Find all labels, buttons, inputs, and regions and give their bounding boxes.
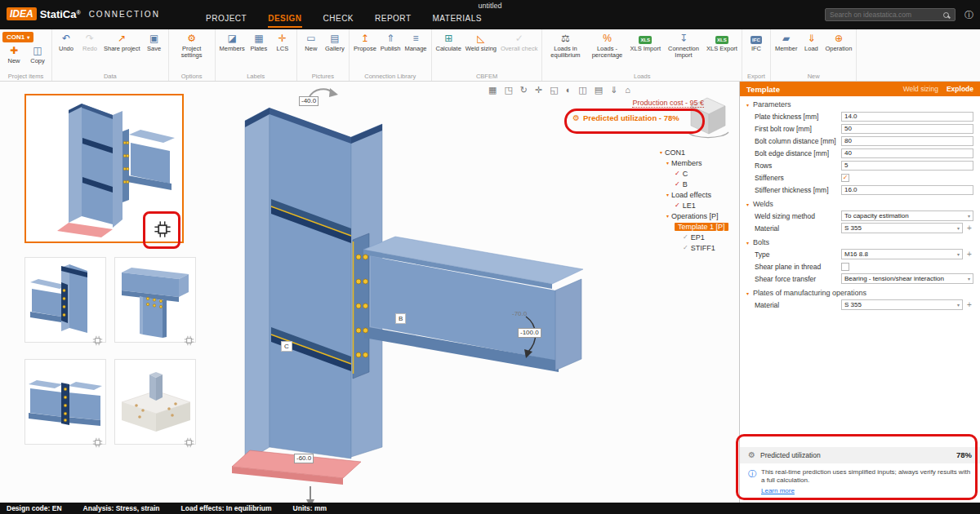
loads-percentage-button[interactable]: % Loads - percentage (586, 32, 627, 60)
stiffeners-checkbox[interactable]: ✓ (841, 174, 849, 182)
search-box[interactable] (825, 8, 956, 21)
prop-label: Stiffeners (755, 174, 841, 182)
gallery-button[interactable]: ▤ Gallery (323, 32, 346, 53)
weld-sizing-action[interactable]: Weld sizing (903, 85, 938, 93)
search-icon[interactable] (943, 12, 949, 18)
new-item-button[interactable]: ✚ New (2, 44, 25, 65)
canvas-3d[interactable]: ▦ ◳ ↻ ✛ ◱ ◐ ◫ ▤ ⇓ ⌂ (0, 82, 739, 503)
connection-import-button[interactable]: ↧ Connection Import (663, 32, 704, 60)
section-header-welds[interactable]: ▾ Welds (740, 196, 980, 210)
tree-item-ep1[interactable]: ✓ EP1 (660, 232, 728, 242)
new-operation-button[interactable]: ⊕ Operation (823, 32, 853, 53)
template-thumbnail-3[interactable] (114, 257, 196, 343)
tab-design[interactable]: DESIGN (268, 14, 301, 28)
learn-more-link[interactable]: Learn more (761, 487, 972, 496)
scale-icon: ⚖ (561, 33, 570, 45)
bolt-type-select[interactable]: M16 8.8 ▾ (841, 249, 963, 259)
plate-material-select[interactable]: S 355 ▾ (841, 299, 963, 310)
ribbon-group-cbfem: ⊞ Calculate ◺ Weld sizing ✓ Overall chec… (432, 29, 543, 81)
prop-label: Material (755, 301, 841, 309)
rows-input[interactable] (841, 161, 973, 171)
member-label-c[interactable]: C (281, 341, 292, 352)
chevron-down-icon: ▾ (957, 251, 960, 257)
section-header-plates[interactable]: ▾ Plates of manufacturing operations (740, 285, 980, 299)
template-thumbnail-2[interactable] (24, 257, 106, 343)
tab-materials[interactable]: MATERIALS (433, 14, 482, 28)
tree-item-template1[interactable]: Template 1 [P] (660, 221, 728, 232)
section-header-parameters[interactable]: ▾ Parameters (740, 96, 980, 110)
weld-sizing-button[interactable]: ◺ Weld sizing (464, 32, 498, 53)
propose-button[interactable]: ↥ Propose (352, 32, 378, 53)
share-project-button[interactable]: ↗ Share project (102, 32, 142, 53)
prop-label: Material (755, 224, 841, 233)
chevron-down-icon: ▾ (666, 213, 669, 219)
first-bolt-row-input[interactable] (841, 124, 973, 134)
add-plate-material-button[interactable]: + (965, 301, 973, 309)
con1-dropdown[interactable]: CON1▾ (2, 32, 33, 42)
shear-plane-in-thread-checkbox[interactable] (841, 263, 849, 271)
lcs-button[interactable]: ✛ LCS (271, 32, 294, 53)
tree-item-member-c[interactable]: ✓ C (660, 168, 728, 179)
bolt-column-distance-input[interactable] (841, 136, 973, 146)
tree-item-member-b[interactable]: ✓ B (660, 179, 728, 189)
member-label-b[interactable]: B (395, 313, 406, 324)
picture-icon: ▭ (306, 33, 315, 45)
dimension-label-top: -40.0 (299, 96, 318, 106)
plates-labels-button[interactable]: ▦ Plates (247, 32, 270, 53)
section-header-bolts[interactable]: ▾ Bolts (740, 234, 980, 248)
3d-scene[interactable] (196, 82, 629, 503)
weld-material-select[interactable]: S 355 ▾ (841, 223, 963, 233)
publish-button[interactable]: ⇑ Publish (379, 32, 403, 53)
tree-item-operations[interactable]: ▾ Operations [P] (660, 210, 728, 221)
xls-export-button[interactable]: XLS XLS Export (705, 32, 739, 53)
copy-button[interactable]: ◫ Copy (26, 44, 49, 65)
new-picture-button[interactable]: ▭ New (300, 32, 323, 53)
dimension-label-70: -70.0 (512, 310, 527, 317)
copy-icon: ◫ (33, 45, 42, 57)
project-settings-button[interactable]: ⚙ Project settings (172, 32, 212, 60)
explode-action[interactable]: Explode (947, 85, 973, 93)
search-input[interactable] (826, 11, 943, 19)
overall-check-button[interactable]: ✓ Overall check (499, 32, 539, 53)
group-caption: Project items (2, 73, 49, 81)
new-member-button[interactable]: ▰ Member (773, 32, 800, 53)
tree-item-con1[interactable]: ▾ CON1 (660, 147, 728, 157)
dimension-label-100: -100.0 (518, 328, 541, 338)
redo-button[interactable]: ↷ Redo (78, 32, 101, 53)
stiffener-thickness-input[interactable] (841, 185, 973, 195)
calculate-button[interactable]: ⊞ Calculate (434, 32, 463, 53)
plate-thickness-input[interactable] (841, 112, 973, 122)
shear-force-transfer-select[interactable]: Bearing - tension/shear interaction ▾ (841, 273, 973, 284)
tree-item-le1[interactable]: ✓ LE1 (660, 200, 728, 210)
manage-button[interactable]: ≡ Manage (403, 32, 428, 53)
tree-item-members[interactable]: ▾ Members (660, 157, 728, 168)
tree-item-stiff1[interactable]: ✓ STIFF1 (660, 242, 728, 253)
add-material-button[interactable]: + (965, 224, 973, 233)
add-bolt-type-button[interactable]: + (965, 250, 973, 259)
tree-item-load-effects[interactable]: ▾ Load effects (660, 189, 728, 200)
bolt-edge-distance-input[interactable] (841, 148, 973, 158)
tab-project[interactable]: PROJECT (206, 14, 247, 28)
ribbon-group-new: ▰ Member ⇓ Load ⊕ Operation New (771, 29, 857, 81)
tab-check[interactable]: CHECK (323, 14, 354, 28)
template-chip-icon[interactable] (184, 335, 194, 346)
info-icon[interactable]: ⓘ (964, 9, 973, 21)
weld-sizing-method-select[interactable]: To capacity estimation ▾ (841, 210, 973, 221)
template-chip-icon[interactable] (92, 335, 103, 346)
members-labels-button[interactable]: ◪ Members (218, 32, 247, 53)
beam-member[interactable] (353, 233, 583, 379)
template-thumbnail-5[interactable] (114, 359, 196, 445)
save-button[interactable]: ▣ Save (143, 32, 166, 53)
ifc-export-button[interactable]: IFC IFC (745, 32, 768, 53)
gallery-icon: ▤ (330, 33, 339, 45)
new-load-button[interactable]: ⇓ Load (800, 32, 822, 53)
xls-import-button[interactable]: XLS XLS Import (628, 32, 662, 53)
tab-report[interactable]: REPORT (375, 14, 412, 28)
template-thumbnail-4[interactable] (24, 359, 106, 445)
template-chip-icon[interactable] (92, 437, 103, 448)
template-chip-icon[interactable] (184, 437, 194, 448)
undo-button[interactable]: ↶ Undo (55, 32, 78, 53)
template-chip-icon[interactable] (154, 220, 172, 238)
loads-in-equilibrium-button[interactable]: ⚖ Loads in equilibrium (545, 32, 586, 60)
prop-label: Bolt edge distance [mm] (755, 149, 841, 157)
